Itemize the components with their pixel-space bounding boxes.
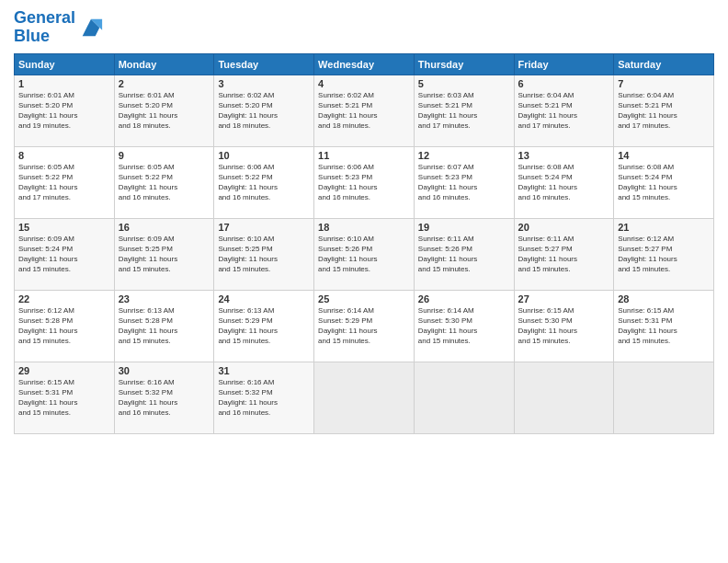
day-detail: Sunrise: 6:12 AM Sunset: 5:27 PM Dayligh… xyxy=(618,234,710,275)
day-detail: Sunrise: 6:01 AM Sunset: 5:20 PM Dayligh… xyxy=(119,90,210,132)
calendar-table: SundayMondayTuesdayWednesdayThursdayFrid… xyxy=(14,53,714,434)
calendar-cell: 25Sunrise: 6:14 AM Sunset: 5:29 PM Dayli… xyxy=(314,290,415,362)
day-number: 1 xyxy=(18,78,110,89)
day-detail: Sunrise: 6:03 AM Sunset: 5:21 PM Dayligh… xyxy=(418,90,510,132)
day-number: 20 xyxy=(518,222,610,233)
day-detail: Sunrise: 6:13 AM Sunset: 5:29 PM Dayligh… xyxy=(218,305,310,347)
day-detail: Sunrise: 6:07 AM Sunset: 5:23 PM Dayligh… xyxy=(418,162,510,203)
day-number: 28 xyxy=(618,293,710,304)
day-detail: Sunrise: 6:15 AM Sunset: 5:31 PM Dayligh… xyxy=(618,305,710,347)
calendar-cell: 24Sunrise: 6:13 AM Sunset: 5:29 PM Dayli… xyxy=(214,290,314,362)
calendar-cell: 8Sunrise: 6:05 AM Sunset: 5:22 PM Daylig… xyxy=(15,146,115,218)
day-number: 2 xyxy=(119,78,210,89)
day-detail: Sunrise: 6:13 AM Sunset: 5:28 PM Dayligh… xyxy=(119,305,210,347)
day-number: 24 xyxy=(218,293,310,304)
col-header-saturday: Saturday xyxy=(614,53,714,75)
day-detail: Sunrise: 6:04 AM Sunset: 5:21 PM Dayligh… xyxy=(618,90,710,132)
day-number: 5 xyxy=(418,78,510,89)
calendar-cell: 6Sunrise: 6:04 AM Sunset: 5:21 PM Daylig… xyxy=(514,75,614,146)
logo: General Blue xyxy=(14,9,104,46)
calendar-week-5: 29Sunrise: 6:15 AM Sunset: 5:31 PM Dayli… xyxy=(15,362,714,433)
calendar-cell xyxy=(614,362,714,433)
day-detail: Sunrise: 6:01 AM Sunset: 5:20 PM Dayligh… xyxy=(18,90,110,132)
logo-text: General xyxy=(14,9,75,28)
day-detail: Sunrise: 6:06 AM Sunset: 5:23 PM Dayligh… xyxy=(318,162,410,203)
col-header-friday: Friday xyxy=(514,53,614,75)
day-detail: Sunrise: 6:04 AM Sunset: 5:21 PM Dayligh… xyxy=(518,90,610,132)
calendar-cell: 15Sunrise: 6:09 AM Sunset: 5:24 PM Dayli… xyxy=(15,218,115,290)
calendar-body: 1Sunrise: 6:01 AM Sunset: 5:20 PM Daylig… xyxy=(15,75,714,433)
col-header-thursday: Thursday xyxy=(414,53,514,75)
calendar-cell: 10Sunrise: 6:06 AM Sunset: 5:22 PM Dayli… xyxy=(214,146,314,218)
day-detail: Sunrise: 6:12 AM Sunset: 5:28 PM Dayligh… xyxy=(18,305,110,347)
day-number: 7 xyxy=(618,78,710,89)
day-detail: Sunrise: 6:02 AM Sunset: 5:20 PM Dayligh… xyxy=(218,90,310,132)
day-detail: Sunrise: 6:16 AM Sunset: 5:32 PM Dayligh… xyxy=(119,377,210,419)
day-detail: Sunrise: 6:08 AM Sunset: 5:24 PM Dayligh… xyxy=(518,162,610,203)
day-detail: Sunrise: 6:06 AM Sunset: 5:22 PM Dayligh… xyxy=(218,162,310,203)
day-number: 15 xyxy=(18,222,110,233)
day-number: 31 xyxy=(218,365,310,376)
day-number: 25 xyxy=(318,293,410,304)
calendar-week-4: 22Sunrise: 6:12 AM Sunset: 5:28 PM Dayli… xyxy=(15,290,714,362)
col-header-sunday: Sunday xyxy=(15,53,115,75)
day-detail: Sunrise: 6:10 AM Sunset: 5:25 PM Dayligh… xyxy=(218,234,310,275)
calendar-cell: 16Sunrise: 6:09 AM Sunset: 5:25 PM Dayli… xyxy=(114,218,214,290)
day-detail: Sunrise: 6:09 AM Sunset: 5:24 PM Dayligh… xyxy=(18,234,110,275)
calendar-cell: 23Sunrise: 6:13 AM Sunset: 5:28 PM Dayli… xyxy=(114,290,214,362)
col-header-tuesday: Tuesday xyxy=(214,53,314,75)
calendar-cell: 17Sunrise: 6:10 AM Sunset: 5:25 PM Dayli… xyxy=(214,218,314,290)
calendar-cell: 20Sunrise: 6:11 AM Sunset: 5:27 PM Dayli… xyxy=(514,218,614,290)
day-number: 18 xyxy=(318,222,410,233)
day-number: 14 xyxy=(618,150,710,161)
calendar-cell: 22Sunrise: 6:12 AM Sunset: 5:28 PM Dayli… xyxy=(15,290,115,362)
calendar-cell xyxy=(414,362,514,433)
day-number: 22 xyxy=(18,293,110,304)
calendar-cell: 18Sunrise: 6:10 AM Sunset: 5:26 PM Dayli… xyxy=(314,218,415,290)
day-number: 16 xyxy=(119,222,210,233)
calendar-cell: 14Sunrise: 6:08 AM Sunset: 5:24 PM Dayli… xyxy=(614,146,714,218)
day-number: 3 xyxy=(218,78,310,89)
day-number: 11 xyxy=(318,150,410,161)
calendar-cell: 4Sunrise: 6:02 AM Sunset: 5:21 PM Daylig… xyxy=(314,75,415,146)
calendar-cell: 27Sunrise: 6:15 AM Sunset: 5:30 PM Dayli… xyxy=(514,290,614,362)
day-detail: Sunrise: 6:11 AM Sunset: 5:27 PM Dayligh… xyxy=(518,234,610,275)
calendar-cell: 31Sunrise: 6:16 AM Sunset: 5:32 PM Dayli… xyxy=(214,362,314,433)
calendar-cell: 12Sunrise: 6:07 AM Sunset: 5:23 PM Dayli… xyxy=(414,146,514,218)
calendar-cell: 13Sunrise: 6:08 AM Sunset: 5:24 PM Dayli… xyxy=(514,146,614,218)
day-number: 12 xyxy=(418,150,510,161)
col-header-monday: Monday xyxy=(114,53,214,75)
calendar-week-3: 15Sunrise: 6:09 AM Sunset: 5:24 PM Dayli… xyxy=(15,218,714,290)
calendar-cell: 26Sunrise: 6:14 AM Sunset: 5:30 PM Dayli… xyxy=(414,290,514,362)
calendar-cell xyxy=(314,362,415,433)
calendar-cell: 28Sunrise: 6:15 AM Sunset: 5:31 PM Dayli… xyxy=(614,290,714,362)
calendar-cell: 7Sunrise: 6:04 AM Sunset: 5:21 PM Daylig… xyxy=(614,75,714,146)
calendar-cell: 30Sunrise: 6:16 AM Sunset: 5:32 PM Dayli… xyxy=(114,362,214,433)
day-detail: Sunrise: 6:14 AM Sunset: 5:30 PM Dayligh… xyxy=(418,305,510,347)
calendar-cell: 29Sunrise: 6:15 AM Sunset: 5:31 PM Dayli… xyxy=(15,362,115,433)
day-number: 30 xyxy=(119,365,210,376)
day-detail: Sunrise: 6:09 AM Sunset: 5:25 PM Dayligh… xyxy=(119,234,210,275)
day-detail: Sunrise: 6:16 AM Sunset: 5:32 PM Dayligh… xyxy=(218,377,310,419)
calendar-week-1: 1Sunrise: 6:01 AM Sunset: 5:20 PM Daylig… xyxy=(15,75,714,146)
day-number: 19 xyxy=(418,222,510,233)
header: General Blue xyxy=(14,9,714,46)
calendar-cell: 1Sunrise: 6:01 AM Sunset: 5:20 PM Daylig… xyxy=(15,75,115,146)
logo-icon xyxy=(78,15,104,40)
day-number: 17 xyxy=(218,222,310,233)
logo-text2: Blue xyxy=(14,28,75,46)
day-number: 10 xyxy=(218,150,310,161)
day-number: 23 xyxy=(119,293,210,304)
page: General Blue SundayMondayTuesdayWednesda… xyxy=(0,0,728,563)
calendar-cell: 11Sunrise: 6:06 AM Sunset: 5:23 PM Dayli… xyxy=(314,146,415,218)
day-detail: Sunrise: 6:14 AM Sunset: 5:29 PM Dayligh… xyxy=(318,305,410,347)
calendar-cell: 2Sunrise: 6:01 AM Sunset: 5:20 PM Daylig… xyxy=(114,75,214,146)
day-detail: Sunrise: 6:05 AM Sunset: 5:22 PM Dayligh… xyxy=(18,162,110,203)
day-number: 26 xyxy=(418,293,510,304)
day-number: 9 xyxy=(119,150,210,161)
day-number: 29 xyxy=(18,365,110,376)
day-detail: Sunrise: 6:11 AM Sunset: 5:26 PM Dayligh… xyxy=(418,234,510,275)
day-number: 21 xyxy=(618,222,710,233)
day-number: 27 xyxy=(518,293,610,304)
day-detail: Sunrise: 6:02 AM Sunset: 5:21 PM Dayligh… xyxy=(318,90,410,132)
